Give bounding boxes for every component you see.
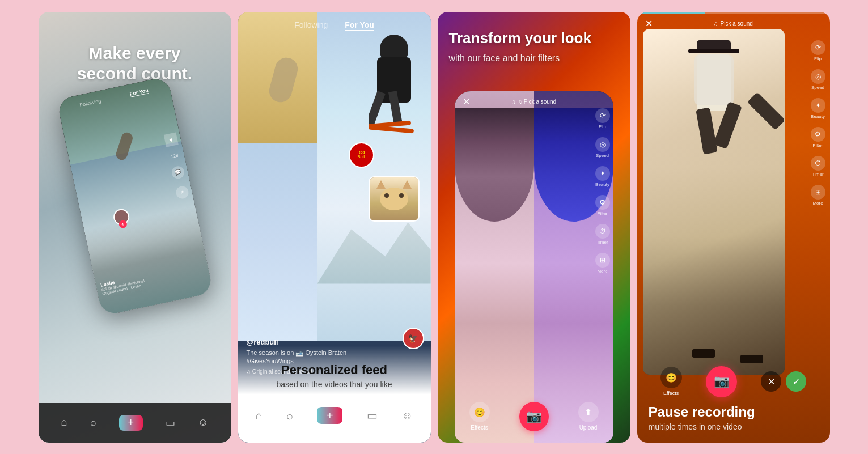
card2-left-video [238,12,329,341]
card4-more-icon: ⊞ [811,185,825,200]
card2-caption-area: Personalized feed based on the videos th… [238,346,431,394]
card3-speed-tool[interactable]: ◎ Speed [595,137,610,158]
card3-more-icon: ⊞ [595,253,610,268]
card3-effects-btn[interactable]: 😊 Effects [469,402,490,431]
card2-profile-nav[interactable]: ☺ [401,409,413,422]
card4-dancer-area [643,29,785,375]
card4-speed-icon: ◎ [811,69,825,84]
card4-sub: multiple times in one video [649,422,819,431]
card3-split-view [455,91,613,443]
card4-timer-tool[interactable]: ⏱ Timer [811,156,825,177]
card3-speed-icon: ◎ [595,137,610,152]
card2-following-tab[interactable]: Following [294,20,328,29]
card3-beauty-icon: ✦ [595,166,610,181]
card4-record-button[interactable]: 📷 [706,366,737,397]
card1-foryou-tab: For You [129,87,149,97]
card3-flip-tool[interactable]: ⟳ Flip [595,108,610,129]
card4-effects-btn[interactable]: 😊 Effects [660,367,682,396]
card2-caption-sub: based on the videos that you like [252,380,417,389]
card4-flip-tool[interactable]: ⟳ Flip [811,40,825,61]
card1-following-tab: Following [79,97,101,108]
card2-redbull-badge: RedBull [349,142,374,168]
card2-plus-nav[interactable]: + [317,407,342,424]
card2-username: @redbull [247,338,403,346]
card4-more-tool[interactable]: ⊞ More [811,185,825,206]
card1-phone-inner: Following For You + ♥ 128 💬 ↗ [56,76,213,316]
card4-beauty-tool[interactable]: ✦ Beauty [811,98,825,119]
card4: ✕ ♫ Pick a sound [637,12,830,443]
card4-progress-bar [637,12,830,14]
card3-close-button[interactable]: ✕ [460,96,473,108]
card4-effects-icon: 😊 [660,367,682,388]
card3-filter-tool[interactable]: ⚙ Filter [595,195,610,216]
card3: Transform your look with our face and ha… [438,12,630,443]
card3-timer-tool[interactable]: ⏱ Timer [595,224,610,245]
card3-bottom-controls: 😊 Effects 📷 ⬆ Upload [455,402,613,431]
card4-progress-fill [637,12,705,14]
card4-speed-tool[interactable]: ◎ Speed [811,69,825,90]
card1-search-icon[interactable]: ⌕ [90,417,96,428]
card3-record-button[interactable]: 📷 [519,402,549,431]
card1-headline: Make every second count. [67,43,203,84]
card2-search-nav[interactable]: ⌕ [286,409,293,422]
card3-left-half [455,91,534,443]
card1-bottom-bar: ⌂ ⌕ + ▭ ☺ [39,403,231,443]
card2-video-area: RedBull [238,12,431,341]
card4-timer-icon: ⏱ [811,156,825,171]
card3-effects-icon: 😊 [469,402,490,422]
card4-dancer-shape [643,29,785,375]
card3-upload-btn[interactable]: ⬆ Upload [578,402,599,431]
card4-discard-button[interactable]: ✕ [761,371,781,392]
card1-home-icon[interactable]: ⌂ [61,417,67,428]
card4-record-row: 😊 Effects 📷 ✕ ✓ [637,366,830,397]
card1-profile-icon[interactable]: ☺ [198,417,208,428]
card2-right-video: RedBull [317,12,431,341]
card4-headline: Pause recording [649,404,819,420]
screenshots-container: Make every second count. Following For Y… [11,11,857,443]
card1-message-icon[interactable]: ▭ [166,417,175,429]
card2-home-nav[interactable]: ⌂ [256,409,262,422]
card1-phone-ui: Following For You [57,80,171,114]
card2-cat-thumbnail [369,176,420,222]
card3-filter-icon: ⚙ [595,195,610,210]
card4-action-buttons: ✕ ✓ [761,371,806,392]
card4-flip-icon: ⟳ [811,40,825,55]
card3-subtitle: with our face and hair filters [449,53,560,63]
card4-beauty-icon: ✦ [811,98,825,113]
card3-headline: Transform your look with our face and ha… [449,29,619,66]
card3-beauty-tool[interactable]: ✦ Beauty [595,166,610,187]
card4-sound-label[interactable]: ♫ Pick a sound [714,20,753,27]
card2-bottom-nav: ⌂ ⌕ + ▭ ☺ [238,394,431,443]
card3-sound-label[interactable]: ♫ ♫ Pick a sound [511,99,556,105]
card4-tools-panel: ⟳ Flip ◎ Speed ✦ Beauty ⚙ Filter ⏱ Timer… [811,40,825,206]
card4-confirm-button[interactable]: ✓ [786,371,806,392]
card1: Make every second count. Following For Y… [39,12,231,443]
card4-close-button[interactable]: ✕ [643,18,655,30]
card3-phone: ✕ ♫ ♫ Pick a sound 15s [455,91,613,443]
card3-timer-icon: ⏱ [595,224,610,239]
card3-upload-icon: ⬆ [578,402,599,422]
card4-caption: Pause recording multiple times in one vi… [637,404,830,431]
card4-top-bar: ✕ ♫ Pick a sound [637,18,830,30]
card2-top-bar: Following For You [238,20,431,29]
card4-filter-icon: ⚙ [811,127,825,142]
card2-foryou-tab[interactable]: For You [345,20,374,29]
card2: Following For You [238,12,431,443]
card4-filter-tool[interactable]: ⚙ Filter [811,127,825,148]
card3-flip-icon: ⟳ [595,108,610,123]
card3-more-tool[interactable]: ⊞ More [595,253,610,274]
card1-plus-button[interactable]: + [119,415,143,431]
card3-tools-panel: ⟳ Flip ◎ Speed ✦ Beauty ⚙ Filter ⏱ Tim [595,108,610,274]
card2-message-nav[interactable]: ▭ [367,409,378,422]
card2-caption-title: Personalized feed [252,363,417,377]
card1-phone-mockup: Following For You + ♥ 128 💬 ↗ [56,76,213,316]
